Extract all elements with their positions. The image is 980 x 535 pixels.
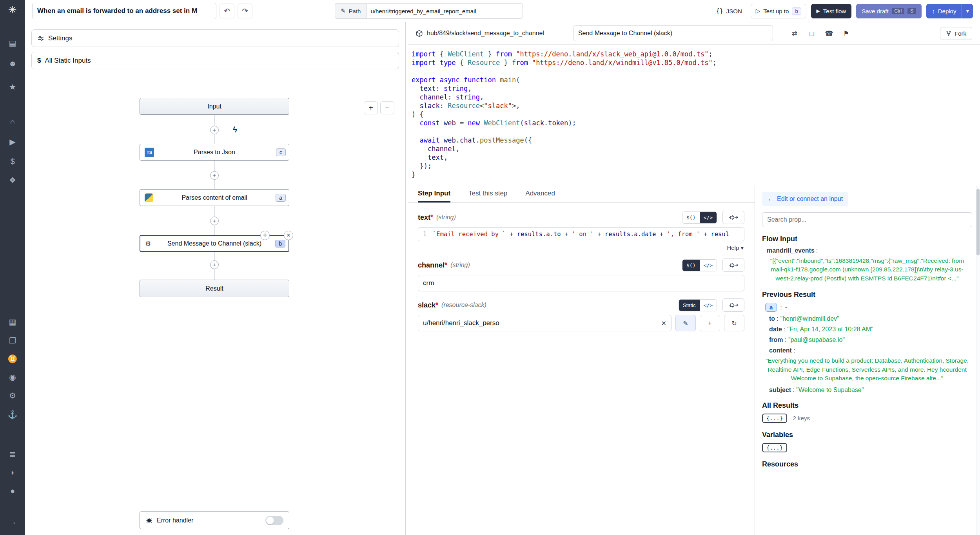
prop-key[interactable]: content <box>769 347 792 354</box>
add-step-button[interactable]: + <box>210 260 219 269</box>
redo-icon[interactable]: ↷ <box>238 4 252 18</box>
deploy-button[interactable]: ↑ Deploy ▾ <box>926 4 973 18</box>
deploy-dropdown-caret[interactable]: ▾ <box>962 4 973 18</box>
prop-value[interactable]: "henri@windmill.dev" <box>780 315 839 322</box>
play-icon[interactable]: ▶ <box>0 138 25 146</box>
sync-icon[interactable]: ⇄ <box>787 26 802 40</box>
play-icon: ▶ <box>817 8 820 14</box>
static-inputs-button[interactable]: $ All Static Inputs <box>31 52 399 69</box>
user-icon[interactable]: ☻ <box>0 60 25 67</box>
undo-icon[interactable]: ↶ <box>220 4 234 18</box>
error-handler-toggle[interactable] <box>265 516 283 525</box>
expand-arrow-icon[interactable]: → <box>0 518 25 526</box>
json-button[interactable]: {} JSON <box>712 4 746 18</box>
add-step-button[interactable]: + <box>210 217 219 225</box>
flow-title-input[interactable] <box>32 3 216 19</box>
phone-icon[interactable]: ☎ <box>822 26 837 40</box>
prop-value[interactable]: "paul@supabase.io" <box>788 336 845 343</box>
node-parses-content-of-email[interactable]: Parses content of email a <box>140 189 289 206</box>
connect-input-button[interactable] <box>722 298 744 312</box>
search-prop-input[interactable] <box>762 212 972 227</box>
connect-input-button[interactable] <box>722 211 744 224</box>
tab-test-this-step[interactable]: Test this step <box>468 186 507 202</box>
dollar-icon[interactable]: $ <box>0 157 25 165</box>
github-icon[interactable]: ● <box>0 487 25 495</box>
node-parses-to-json[interactable]: TS Parses to Json c <box>140 144 289 161</box>
result-key-badge[interactable]: a <box>765 303 777 312</box>
edit-or-connect-button[interactable]: ← Edit or connect an input <box>762 192 848 206</box>
delete-node-button[interactable]: ✕ <box>284 231 293 240</box>
save-draft-button[interactable]: Save draft Ctrl S <box>856 4 922 18</box>
prop-key[interactable]: from <box>769 336 783 343</box>
resources-heading: Resources <box>762 460 972 468</box>
clear-resource-icon[interactable]: ✕ <box>661 320 666 327</box>
expr-mode-toggle[interactable]: </> <box>700 212 717 223</box>
prop-value[interactable]: "Fri, Apr 14, 2023 at 10:28 AM" <box>787 326 873 333</box>
scrollbar[interactable] <box>976 186 980 535</box>
step-input-form: Step Input Test this step Advanced text*… <box>408 186 755 535</box>
step-summary-input[interactable] <box>573 25 773 41</box>
add-step-button[interactable]: + <box>210 126 219 134</box>
prop-key[interactable]: date <box>769 326 782 333</box>
node-result[interactable]: Result <box>140 280 289 297</box>
connect-input-button[interactable] <box>722 258 744 272</box>
flow-settings-button[interactable]: Settings <box>31 29 399 47</box>
static-mode-toggle[interactable]: $() <box>682 212 699 223</box>
static-mode-toggle[interactable]: Static <box>679 300 700 311</box>
zoom-in-button[interactable]: + <box>364 101 378 114</box>
hub-script-path[interactable]: hub/849/slack/send_message_to_channel <box>427 30 544 37</box>
code-editor[interactable]: import { WebClient } from "https://deno.… <box>408 45 980 186</box>
window-icon[interactable]: ◻ <box>804 26 819 40</box>
help-link[interactable]: Help ▾ <box>727 244 744 251</box>
all-results-object-pill[interactable]: {...} <box>762 414 787 423</box>
prop-key[interactable]: subject <box>769 387 791 393</box>
calendar-icon[interactable]: ▦ <box>0 318 25 326</box>
tab-step-input[interactable]: Step Input <box>418 186 450 202</box>
star-icon[interactable]: ★ <box>0 83 25 91</box>
home-icon[interactable]: ⌂ <box>0 117 25 125</box>
tab-advanced[interactable]: Advanced <box>525 186 555 202</box>
slack-resource-input[interactable]: u/henri/henri_slack_perso ✕ <box>418 315 671 331</box>
add-step-button[interactable]: + <box>210 171 219 180</box>
move-node-handle[interactable]: ✛ <box>260 231 270 240</box>
sliders-icon <box>37 35 44 42</box>
prop-value[interactable]: "[{"event":"inbound","ts":1683819428,"ms… <box>762 257 972 283</box>
expr-mode-toggle[interactable]: </> <box>700 300 717 311</box>
gear-icon[interactable]: ⚙ <box>0 392 25 399</box>
prop-key[interactable]: to <box>769 315 775 322</box>
docker-icon[interactable]: ⚓ <box>0 410 25 418</box>
trigger-bolt-icon[interactable]: ϟ <box>233 125 237 134</box>
book-icon[interactable]: ≣ <box>0 450 25 458</box>
channel-input[interactable] <box>418 275 744 291</box>
prop-value[interactable]: "Everything you need to build a product:… <box>762 356 972 383</box>
fork-button[interactable]: Fork <box>940 27 972 40</box>
code-line <box>412 67 980 76</box>
folder-icon[interactable]: ❐ <box>0 337 25 345</box>
add-resource-button[interactable]: + <box>700 315 720 331</box>
test-up-to-button[interactable]: ▷ Test up to b <box>751 4 806 18</box>
path-button[interactable]: ✎ Path <box>335 3 366 19</box>
flag-icon[interactable]: ⚑ <box>839 26 854 40</box>
grid-icon[interactable]: ▤ <box>0 39 25 47</box>
static-mode-toggle[interactable]: $() <box>682 260 699 271</box>
hub-icon[interactable]: ❖ <box>0 176 25 184</box>
flow-toolbar: ↶ ↷ ✎ Path {} JSON ▷ Test up to b ▶ Test… <box>25 0 980 22</box>
windmill-logo-icon[interactable]: ✳ <box>0 4 25 16</box>
eye-icon[interactable]: ◉ <box>0 373 25 381</box>
error-handler-node[interactable]: Error handler <box>140 512 289 529</box>
prop-key[interactable]: mandrill_events <box>767 247 815 254</box>
path-input[interactable] <box>366 3 523 19</box>
zoom-out-button[interactable]: − <box>380 101 394 114</box>
text-expression-input[interactable]: 1 `Email received by ` + results.a.to + … <box>418 227 744 241</box>
edit-resource-button[interactable]: ✎ <box>675 315 696 331</box>
node-input[interactable]: Input <box>140 98 289 115</box>
code-line: channel: string, <box>412 93 980 102</box>
test-flow-button[interactable]: ▶ Test flow <box>811 4 852 18</box>
node-send-message-selected[interactable]: ⚙ Send Message to Channel (slack) b ✛ ✕ <box>140 235 289 252</box>
variables-object-pill[interactable]: {...} <box>762 443 787 452</box>
prop-value[interactable]: "Welcome to Supabase" <box>796 387 864 393</box>
expr-mode-toggle[interactable]: </> <box>700 260 717 271</box>
refresh-resource-button[interactable]: ↻ <box>724 315 744 331</box>
discord-icon[interactable]: ◗ <box>0 468 25 476</box>
users-icon[interactable]: ♊ <box>0 355 25 363</box>
